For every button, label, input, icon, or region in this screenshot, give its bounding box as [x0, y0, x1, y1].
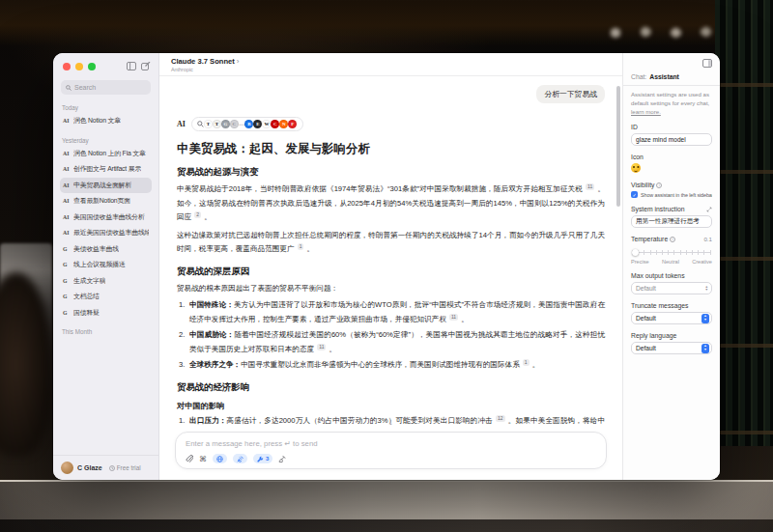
sidebar-item[interactable]: AI 润色 Notion 文章 [60, 113, 152, 129]
chat-scrollbar[interactable] [616, 86, 620, 207]
id-input[interactable]: glaze mind model [631, 133, 712, 146]
message-input[interactable]: Enter a message here, press ↵ to send ⌘ [175, 432, 607, 469]
sidebar-item-label: 文档总结 [73, 292, 100, 301]
anthropic-logo-icon: AI [63, 118, 71, 124]
new-chat-icon[interactable] [141, 62, 151, 70]
sidebar-item-label: 润色 Notion 上的 Fia 文章 [73, 149, 146, 158]
list-item: 中国特殊论：美方认为中国违背了以开放和市场为核心的WTO原则，批评“中国模式”不… [177, 298, 605, 326]
truncate-messages-select[interactable]: Default ▲▼ [631, 312, 712, 324]
command-icon[interactable]: ⌘ [199, 455, 207, 463]
anthropic-logo-icon: AI [63, 166, 71, 172]
visibility-label: Visibility i [631, 182, 712, 188]
sidebar-item[interactable]: AI 润色 Notion 上的 Fia 文章 [60, 146, 152, 162]
model-selector[interactable]: Claude 3.7 Sonnet › [171, 57, 611, 66]
gemini-logo-icon: G [63, 262, 71, 267]
assistant-icon-picker[interactable] [631, 163, 712, 174]
web-search-toggle[interactable] [213, 454, 227, 463]
expand-icon[interactable] [706, 207, 712, 212]
citation-badge[interactable]: 1 [298, 243, 304, 250]
source-favicon: C [230, 120, 239, 128]
account-row[interactable]: C Glaze Free trial [53, 455, 158, 480]
anthropic-logo-icon: AI [63, 214, 71, 220]
reply-language-select[interactable]: Default ▲▼ [631, 342, 712, 354]
web-sources-chip[interactable]: T T G C ⋯ B E W C N F [191, 117, 304, 131]
section-label-yesterday: Yesterday [62, 137, 150, 144]
visibility-checkbox-label: Show assistant in the left sidebar [641, 192, 712, 198]
chat-transcript[interactable]: 分析一下贸易战 AI T T G C ⋯ B E [159, 76, 622, 430]
sidebar-item[interactable]: AI 创作图文与 Artifact 展示 [60, 161, 152, 178]
id-label: ID [631, 124, 712, 130]
panel-tabs: Chat: Assistant [623, 73, 720, 86]
sidebar-item-selected[interactable]: AI 中美贸易战全面解析 [60, 178, 152, 194]
sidebar-item[interactable]: G 美债收益率曲线 [60, 241, 152, 258]
checkbox-checked-icon[interactable]: ✓ [631, 191, 638, 198]
tools-toggle[interactable]: 3 [253, 454, 272, 463]
gemini-logo-icon: G [63, 310, 71, 316]
anthropic-logo-icon: AI [63, 182, 71, 188]
user-name: C Glaze [77, 464, 102, 471]
paragraph: 这种边缘政策对抗已远超特朗普上次担任总统期间的程度，特朗普第一任期内的关税战持续… [177, 229, 605, 257]
minimize-button[interactable] [75, 63, 83, 70]
app-window: Search Today AI 润色 Notion 文章 Yesterday A… [53, 53, 720, 480]
citation-badge[interactable]: 2 [194, 211, 201, 218]
clear-context-icon[interactable] [278, 455, 286, 463]
temperature-slider[interactable] [632, 249, 711, 256]
globe-icon [216, 456, 223, 462]
chevron-right-icon: › [237, 57, 240, 66]
sidebar-item-label: 美国国债收益率曲线分析 [73, 212, 145, 222]
learn-more-link[interactable]: learn more. [631, 108, 661, 115]
visibility-checkbox-row[interactable]: ✓ Show assistant in the left sidebar [631, 191, 712, 198]
citation-badge[interactable]: 1 [523, 359, 530, 366]
sidebar-item[interactable]: G 文档总结 [60, 289, 152, 305]
tab-assistant[interactable]: Assistant [649, 73, 679, 80]
zoom-button[interactable] [88, 63, 96, 70]
sidebar-item[interactable]: G 生成文字稿 [60, 273, 152, 290]
source-favicon: G [221, 120, 230, 128]
source-favicon: C [271, 120, 279, 128]
max-tokens-select[interactable]: Default ▲▼ [631, 282, 712, 294]
chat-header: Claude 3.7 Sonnet › Anthropic [159, 53, 622, 76]
stepper-icon: ▲▼ [701, 314, 709, 323]
sidebar-item[interactable]: AI 查看最新Notion页面 [60, 193, 152, 210]
sidebar-item[interactable]: AI 美国国债收益率曲线分析 [60, 210, 152, 226]
sidebar-item-label: 查看最新Notion页面 [73, 196, 130, 206]
max-tokens-value: Default [636, 285, 656, 292]
scroll-to-bottom-icon[interactable]: ↓ [388, 418, 393, 427]
citation-badge[interactable]: 12 [496, 415, 505, 422]
gemini-logo-icon: G [63, 246, 71, 252]
search-placeholder: Search [74, 84, 96, 91]
section-heading: 贸易战的经济影响 [177, 381, 605, 394]
temperature-scale-labels: Precise Neutral Creative [631, 259, 712, 265]
truncate-messages-value: Default [636, 315, 656, 322]
list-item: 中国威胁论：随着中国经济规模超过美国的60%（被称为“60%定律”），美国将中国… [177, 328, 605, 356]
label-precise: Precise [631, 259, 649, 265]
conversation-list: Today AI 润色 Notion 文章 Yesterday AI 润色 No… [53, 97, 158, 455]
sidebar-item[interactable]: AI 最近美国国债收益率曲线绘... [60, 225, 152, 241]
stepper-icon: ▲▼ [701, 344, 709, 353]
sidebar: Search Today AI 润色 Notion 文章 Yesterday A… [53, 53, 159, 480]
sidebar-item[interactable]: G 线上会议视频播送 [60, 257, 152, 273]
sidebar-item-label: 中美贸易战全面解析 [73, 181, 131, 190]
citation-badge[interactable]: 11 [317, 344, 326, 350]
gemini-logo-icon: G [63, 294, 71, 299]
plan-badge: Free trial [109, 464, 141, 471]
gemini-logo-icon: G [63, 278, 71, 284]
max-tokens-label: Max output tokens [631, 272, 712, 279]
attachment-icon[interactable] [186, 455, 193, 463]
close-button[interactable] [63, 63, 71, 70]
plugin-toggle[interactable] [233, 454, 247, 463]
composer-area: Enter a message here, press ↵ to send ⌘ [159, 430, 622, 480]
source-favicon: W [262, 120, 271, 128]
composer-toolbar: ⌘ 3 [186, 454, 596, 463]
sidebar-item[interactable]: G 国债释疑 [60, 305, 152, 322]
panel-tab-prefix: Chat: [631, 73, 646, 80]
sidebar-item-label: 线上会议视频播送 [73, 260, 126, 269]
system-instruction-input[interactable]: 用第一性原理进行思考 [631, 215, 712, 228]
user-message-bubble: 分析一下贸易战 [536, 85, 605, 103]
search-input[interactable]: Search [61, 80, 151, 95]
toggle-sidebar-icon[interactable] [127, 62, 136, 70]
toggle-right-panel-icon[interactable] [702, 59, 712, 68]
citation-badge[interactable]: 11 [586, 183, 594, 190]
anthropic-logo-icon: AI [63, 151, 71, 156]
citation-badge[interactable]: 11 [449, 314, 458, 321]
